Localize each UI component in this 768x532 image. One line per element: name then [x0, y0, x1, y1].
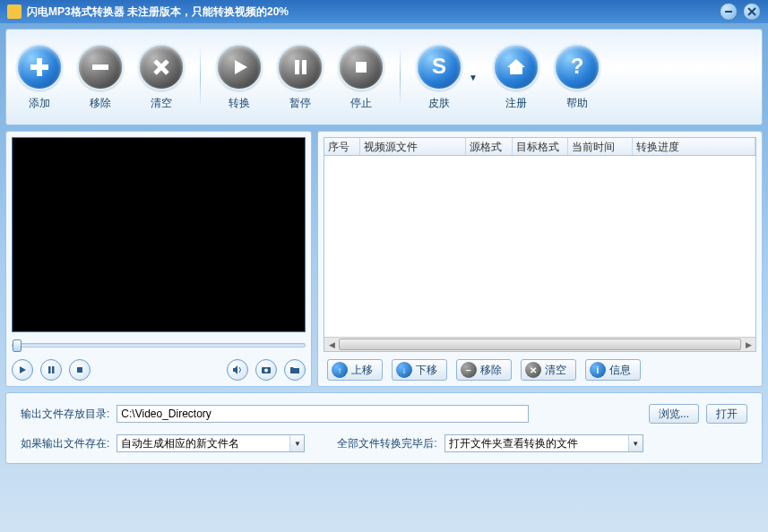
after-combo[interactable]: 打开文件夹查看转换的文件 ▼ — [444, 434, 643, 452]
question-icon: ? — [554, 44, 600, 90]
player-controls — [12, 359, 306, 381]
exists-combo[interactable]: 自动生成相应的新文件名 ▼ — [116, 434, 305, 452]
table-body[interactable] — [324, 156, 755, 337]
help-label: 帮助 — [566, 96, 588, 111]
preview-panel — [5, 131, 312, 387]
skin-icon: S — [416, 44, 462, 90]
minus-icon: − — [461, 362, 477, 378]
svg-marker-19 — [233, 365, 237, 374]
scroll-thumb[interactable] — [339, 339, 741, 350]
col-source[interactable]: 视频源文件 — [360, 138, 466, 155]
svg-marker-13 — [507, 59, 525, 74]
remove-label: 移除 — [90, 96, 111, 111]
minus-icon — [77, 44, 124, 90]
app-icon — [7, 4, 22, 19]
stop-icon — [75, 365, 84, 374]
home-icon — [493, 44, 539, 90]
plus-icon — [16, 44, 63, 90]
seek-thumb[interactable] — [13, 339, 22, 352]
window-title: 闪电MP3格式转换器 未注册版本，只能转换视频的20% — [27, 4, 289, 20]
col-dst-format[interactable]: 目标格式 — [513, 138, 568, 155]
video-preview — [12, 137, 306, 332]
stop-label: 停止 — [350, 96, 372, 111]
player-pause-button[interactable] — [40, 359, 62, 381]
play-icon — [216, 44, 263, 90]
after-label: 全部文件转换完毕后: — [337, 436, 436, 451]
col-time[interactable]: 当前时间 — [568, 138, 633, 155]
info-button[interactable]: i 信息 — [585, 359, 641, 381]
main-toolbar: 添加 移除 清空 转换 暂停 停止 S 皮肤 ▼ — [5, 29, 763, 125]
minimize-button[interactable] — [720, 3, 738, 21]
svg-rect-16 — [48, 366, 51, 373]
pause-button[interactable]: 暂停 — [274, 44, 326, 111]
folder-icon — [289, 365, 300, 375]
scroll-left-icon[interactable]: ◀ — [324, 338, 339, 351]
folder-button[interactable] — [284, 359, 306, 381]
clear-button[interactable]: 清空 — [135, 44, 187, 111]
register-label: 注册 — [505, 96, 527, 111]
exists-label: 如果输出文件存在: — [21, 436, 109, 451]
move-up-button[interactable]: ↑ 上移 — [327, 359, 383, 381]
output-dir-label: 输出文件存放目录: — [21, 407, 109, 422]
skin-label: 皮肤 — [428, 96, 450, 111]
stop-button[interactable]: 停止 — [335, 44, 387, 111]
minimize-icon — [724, 7, 733, 16]
svg-point-21 — [264, 369, 268, 373]
clear-label: 清空 — [151, 96, 172, 111]
skin-dropdown[interactable]: ▼ — [469, 73, 478, 82]
info-icon: i — [590, 362, 606, 378]
add-label: 添加 — [29, 96, 50, 111]
svg-text:?: ? — [571, 54, 584, 78]
close-button[interactable] — [743, 3, 761, 21]
volume-button[interactable] — [227, 359, 248, 381]
list-clear-button[interactable]: ✕ 清空 — [521, 359, 576, 381]
player-play-button[interactable] — [12, 359, 33, 381]
move-down-label: 下移 — [416, 363, 437, 378]
x-icon — [138, 44, 185, 90]
list-actions: ↑ 上移 ↓ 下移 − 移除 ✕ 清空 i 信息 — [324, 359, 756, 381]
browse-button[interactable]: 浏览... — [649, 404, 699, 424]
player-stop-button[interactable] — [69, 359, 91, 381]
svg-rect-10 — [302, 60, 306, 74]
play-icon — [18, 365, 27, 374]
exists-value: 自动生成相应的新文件名 — [117, 436, 289, 451]
horizontal-scrollbar[interactable]: ◀ ▶ — [324, 337, 755, 351]
output-dir-input[interactable] — [116, 405, 529, 423]
file-list-panel: 序号 视频源文件 源格式 目标格式 当前时间 转换进度 ◀ ▶ ↑ 上移 ↓ 下… — [317, 131, 763, 387]
remove-button[interactable]: 移除 — [74, 44, 126, 111]
x-icon: ✕ — [525, 362, 541, 378]
svg-rect-5 — [92, 64, 108, 70]
stop-icon — [338, 44, 384, 90]
svg-marker-8 — [235, 60, 247, 74]
svg-rect-9 — [295, 60, 299, 74]
skin-button[interactable]: S 皮肤 — [413, 44, 465, 111]
move-up-label: 上移 — [351, 363, 373, 378]
chevron-down-icon: ▼ — [628, 435, 643, 451]
after-value: 打开文件夹查看转换的文件 — [445, 436, 628, 451]
list-remove-button[interactable]: − 移除 — [456, 359, 512, 381]
convert-label: 转换 — [229, 96, 250, 111]
list-clear-label: 清空 — [545, 363, 566, 378]
pause-icon — [47, 365, 56, 374]
arrow-up-icon: ↑ — [332, 362, 348, 378]
col-progress[interactable]: 转换进度 — [633, 138, 755, 155]
help-button[interactable]: ? 帮助 — [551, 44, 603, 111]
scroll-right-icon[interactable]: ▶ — [741, 338, 755, 351]
camera-icon — [261, 365, 272, 375]
add-button[interactable]: 添加 — [13, 44, 65, 111]
arrow-down-icon: ↓ — [396, 362, 412, 378]
seek-slider[interactable] — [12, 343, 306, 348]
open-button[interactable]: 打开 — [706, 404, 747, 424]
register-button[interactable]: 注册 — [490, 44, 542, 111]
speaker-icon — [232, 365, 243, 375]
pause-label: 暂停 — [289, 96, 311, 111]
pause-icon — [277, 44, 324, 90]
move-down-button[interactable]: ↓ 下移 — [392, 359, 447, 381]
svg-rect-11 — [356, 62, 367, 73]
svg-text:S: S — [432, 54, 446, 78]
snapshot-button[interactable] — [255, 359, 277, 381]
convert-button[interactable]: 转换 — [213, 44, 265, 111]
col-index[interactable]: 序号 — [324, 138, 360, 155]
col-src-format[interactable]: 源格式 — [466, 138, 513, 155]
svg-rect-4 — [30, 64, 48, 70]
